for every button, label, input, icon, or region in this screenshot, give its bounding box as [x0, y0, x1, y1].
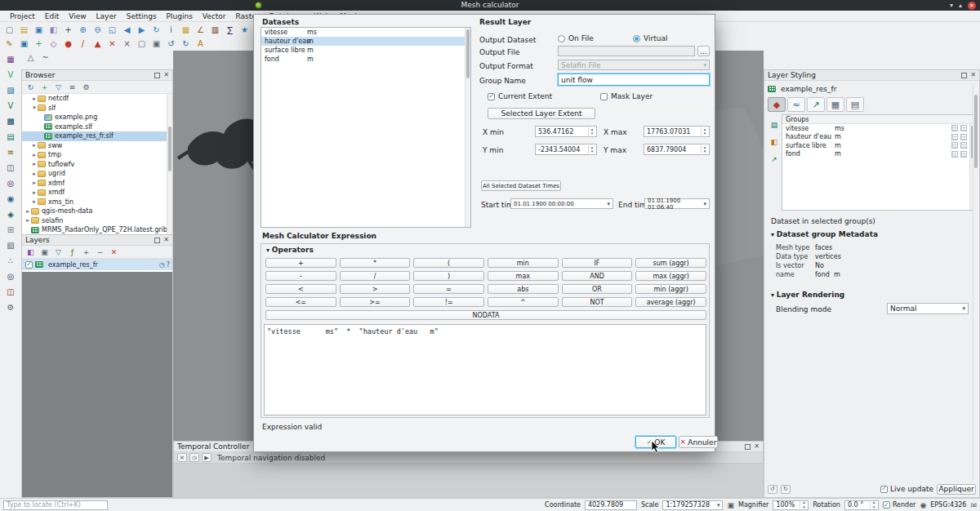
- add-delimited-text-icon[interactable]: ≡: [5, 146, 17, 158]
- save-edits-icon[interactable]: ▣: [18, 38, 30, 51]
- add-wms-icon[interactable]: ◉: [5, 193, 17, 205]
- refresh-map-icon[interactable]: ↻: [150, 24, 163, 36]
- vectors-tab-icon[interactable]: ↗: [807, 97, 825, 112]
- messages-icon[interactable]: ✉: [970, 501, 977, 509]
- nodata-button[interactable]: NODATA: [265, 310, 706, 320]
- expander-icon[interactable]: [31, 152, 38, 158]
- refresh-browser-icon[interactable]: ↻: [25, 82, 36, 92]
- add-wfs-icon[interactable]: ◈: [5, 208, 17, 220]
- y-max-spinner[interactable]: 6837.79004: [644, 144, 710, 155]
- operator-button[interactable]: *: [340, 258, 411, 268]
- toggle-editing-icon[interactable]: ✎: [3, 38, 16, 51]
- rotation-spinner[interactable]: 0.0 °: [844, 500, 879, 510]
- tracing-icon[interactable]: ~: [39, 52, 51, 64]
- style-undo-icon[interactable]: ↺: [768, 485, 777, 494]
- vector-toggle-icon[interactable]: [960, 125, 967, 131]
- operator-button[interactable]: /: [340, 271, 411, 281]
- float-panel-icon[interactable]: [154, 73, 160, 78]
- vector-toggle-icon[interactable]: [960, 151, 967, 158]
- add-oracle-icon[interactable]: ◫: [5, 286, 17, 298]
- vertex-tool-icon[interactable]: ◇: [47, 38, 60, 51]
- dataset-group-row[interactable]: vitesse ms: [782, 124, 975, 133]
- group-name-input[interactable]: [558, 73, 710, 86]
- close-icon[interactable]: [968, 2, 976, 10]
- properties-widget-icon[interactable]: ⚙: [81, 82, 91, 92]
- add-vector-layer-icon[interactable]: V: [5, 100, 17, 112]
- remove-layer-icon[interactable]: ✕: [109, 247, 119, 257]
- expression-editor[interactable]: "vitesse ms" * "hauteur d'eau m": [264, 324, 706, 415]
- menu-item[interactable]: Project: [5, 12, 40, 20]
- project-open-icon[interactable]: ▤: [18, 24, 30, 36]
- maximize-icon[interactable]: [959, 2, 962, 9]
- apply-button[interactable]: Appliquer: [937, 484, 976, 495]
- delete-selected-icon[interactable]: ✕: [106, 38, 118, 51]
- operator-button[interactable]: min: [488, 258, 559, 268]
- expander-icon[interactable]: [31, 104, 38, 111]
- style-redo-icon[interactable]: ↻: [781, 485, 791, 494]
- operator-button[interactable]: >: [340, 284, 411, 294]
- add-xyz-icon[interactable]: ⊞: [5, 224, 17, 236]
- on-file-radio[interactable]: On File: [558, 34, 594, 42]
- datasets-scrollbar[interactable]: [465, 28, 470, 227]
- browser-tree-item[interactable]: xmdf: [22, 188, 172, 198]
- browser-tree-item[interactable]: netcdf: [22, 94, 172, 104]
- cut-features-icon[interactable]: ×: [121, 38, 133, 51]
- filter-expression-icon[interactable]: ƒ: [67, 247, 78, 257]
- contour-toggle-icon[interactable]: [951, 142, 958, 149]
- undo-icon[interactable]: ↺: [165, 38, 177, 51]
- navigation-off-button[interactable]: ✕: [177, 453, 187, 462]
- close-panel-icon[interactable]: [163, 237, 169, 243]
- close-panel-icon[interactable]: [970, 72, 976, 78]
- menu-item[interactable]: Layer: [91, 12, 122, 20]
- operator-button[interactable]: OR: [562, 284, 633, 294]
- pan-map-icon[interactable]: +: [62, 24, 74, 36]
- end-time-select[interactable]: 01.01.1900 01:06:40: [644, 198, 710, 209]
- scale-select[interactable]: 1:179257328: [662, 500, 723, 510]
- x-min-spinner[interactable]: 536.47162: [535, 126, 597, 137]
- identify-icon[interactable]: i: [165, 24, 177, 36]
- animated-navigation-button[interactable]: ▶: [202, 453, 212, 462]
- symbology-tab-icon[interactable]: ◆: [768, 97, 786, 112]
- blending-mode-select[interactable]: Normal: [887, 303, 969, 314]
- operator-button[interactable]: NOT: [562, 297, 633, 307]
- dataset-group-row[interactable]: fond m: [782, 150, 975, 159]
- menu-item[interactable]: Plugins: [162, 12, 198, 20]
- layer-visibility-checkbox[interactable]: [25, 261, 33, 269]
- browser-tree-item[interactable]: example_res_fr.slf: [22, 131, 172, 141]
- minimize-icon[interactable]: [950, 2, 953, 9]
- fixed-range-navigation-button[interactable]: ◷: [189, 453, 199, 462]
- vector-toggle-icon[interactable]: [960, 134, 967, 140]
- y-min-spinner[interactable]: -2343.54004: [535, 144, 597, 155]
- operator-button[interactable]: +: [265, 258, 336, 268]
- operator-button[interactable]: max: [488, 271, 559, 281]
- dataset-item[interactable]: vitesse ms: [261, 28, 470, 37]
- contour-toggle-icon[interactable]: [951, 125, 958, 131]
- magnifier-spinner[interactable]: 100%: [773, 500, 808, 510]
- lock-scale-icon[interactable]: ▣: [727, 501, 734, 509]
- coordinate-input[interactable]: [585, 500, 637, 510]
- dataset-group-row[interactable]: hauteur d'eau m: [782, 133, 975, 142]
- operator-button[interactable]: <=: [265, 297, 336, 307]
- operator-button[interactable]: AND: [562, 271, 633, 281]
- contours-tab-icon[interactable]: ≈: [787, 97, 805, 112]
- selected-layer-extent-button[interactable]: Selected Layer Extent: [488, 108, 595, 119]
- redo-icon[interactable]: ↻: [180, 38, 192, 51]
- averaging-tab-icon[interactable]: ▤: [846, 97, 864, 112]
- menu-item[interactable]: View: [64, 12, 91, 20]
- add-point-icon[interactable]: ●: [62, 38, 74, 51]
- locator-input[interactable]: [3, 500, 108, 510]
- processing-toolbox-icon[interactable]: ⚙: [5, 301, 17, 313]
- layer-row[interactable]: example_res_fr ◷?: [22, 259, 172, 270]
- mesh-frame-tab-icon[interactable]: ▦: [826, 97, 844, 112]
- style-manager-icon[interactable]: ◧: [47, 24, 60, 36]
- contour-toggle-icon[interactable]: [951, 134, 958, 140]
- close-panel-icon[interactable]: [754, 443, 760, 450]
- add-mesh-layer-icon[interactable]: ▤: [5, 131, 17, 143]
- browser-tree-item[interactable]: example.slf: [22, 122, 172, 132]
- float-panel-icon[interactable]: [745, 444, 751, 450]
- expander-icon[interactable]: [31, 180, 38, 186]
- add-selected-layers-icon[interactable]: +: [39, 82, 50, 92]
- dataset-item[interactable]: hauteur d'eau m: [261, 37, 470, 46]
- expander-icon[interactable]: [31, 189, 38, 196]
- start-time-select[interactable]: 01.01.1900 00:00:00: [510, 198, 613, 209]
